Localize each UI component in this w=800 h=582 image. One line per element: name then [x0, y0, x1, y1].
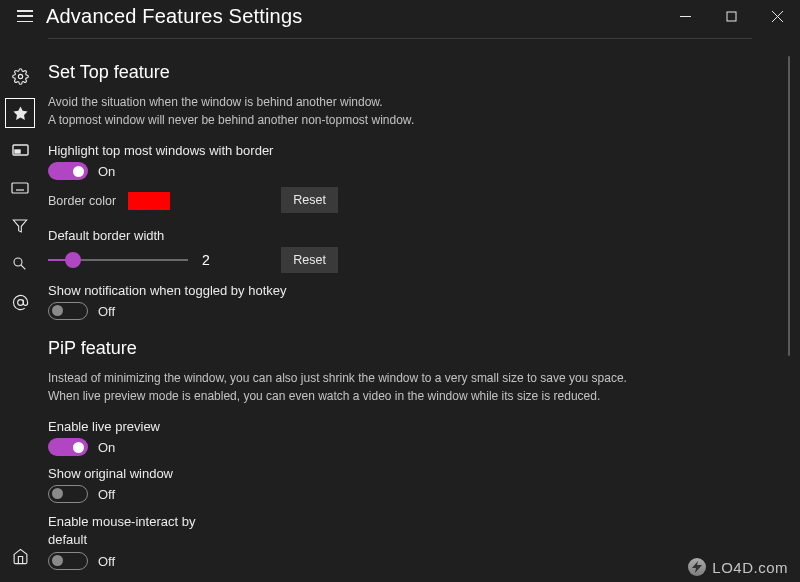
border-color-swatch[interactable] — [128, 192, 170, 210]
show-original-label: Show original window — [48, 466, 776, 481]
svg-point-15 — [14, 258, 22, 266]
live-preview-label: Enable live preview — [48, 419, 776, 434]
sidebar-item-search[interactable] — [4, 248, 36, 280]
sidebar-item-features[interactable] — [5, 98, 35, 128]
mouse-interact-label-line2: default — [48, 531, 776, 549]
pip-desc-line1: Instead of minimizing the window, you ca… — [48, 369, 776, 387]
sidebar-item-taskbar[interactable] — [4, 134, 36, 166]
at-icon — [12, 294, 29, 311]
mouse-interact-label-line1: Enable mouse-interact by — [48, 513, 776, 531]
live-preview-state: On — [98, 440, 115, 455]
notify-hotkey-toggle[interactable] — [48, 302, 88, 320]
minimize-button[interactable] — [662, 0, 708, 32]
border-width-slider[interactable] — [48, 251, 188, 269]
hamburger-menu-button[interactable] — [10, 1, 40, 31]
svg-marker-5 — [13, 106, 27, 119]
svg-rect-1 — [727, 12, 736, 21]
funnel-icon — [12, 218, 28, 234]
show-original-state: Off — [98, 487, 115, 502]
live-preview-toggle[interactable] — [48, 438, 88, 456]
mouse-interact-label: Enable mouse-interact by default — [48, 513, 776, 548]
set-top-desc-line2: A topmost window will never be behind an… — [48, 111, 776, 129]
maximize-button[interactable] — [708, 0, 754, 32]
highlight-border-label: Highlight top most windows with border — [48, 143, 776, 158]
border-color-label: Border color — [48, 194, 116, 208]
svg-rect-7 — [15, 150, 20, 153]
title-separator — [48, 38, 752, 39]
main-content: Set Top feature Avoid the situation when… — [48, 48, 786, 582]
pip-desc-line2: When live preview mode is enabled, you c… — [48, 387, 776, 405]
svg-marker-18 — [692, 561, 702, 573]
gear-icon — [12, 68, 29, 85]
star-icon — [12, 105, 29, 122]
scrollbar[interactable] — [788, 56, 790, 356]
close-icon — [772, 11, 783, 22]
svg-point-4 — [18, 74, 22, 78]
sidebar-item-home[interactable] — [4, 540, 36, 572]
highlight-border-state: On — [98, 164, 115, 179]
maximize-icon — [726, 11, 737, 22]
sidebar-item-keyboard[interactable] — [4, 172, 36, 204]
pip-description: Instead of minimizing the window, you ca… — [48, 369, 776, 405]
sidebar-item-filter[interactable] — [4, 210, 36, 242]
border-color-reset-button[interactable]: Reset — [281, 187, 338, 213]
taskbar-icon — [12, 144, 29, 156]
border-width-label: Default border width — [48, 228, 776, 243]
hamburger-icon — [17, 10, 33, 22]
show-original-toggle[interactable] — [48, 485, 88, 503]
magnifier-icon — [12, 256, 28, 272]
highlight-border-toggle[interactable] — [48, 162, 88, 180]
window-controls — [662, 0, 800, 32]
mouse-interact-toggle[interactable] — [48, 552, 88, 570]
watermark: LO4D.com — [688, 558, 788, 576]
titlebar: Advanced Features Settings — [0, 0, 800, 32]
sidebar — [0, 38, 40, 582]
border-width-reset-button[interactable]: Reset — [281, 247, 338, 273]
notify-hotkey-label: Show notification when toggled by hotkey — [48, 283, 776, 298]
sidebar-item-settings[interactable] — [4, 60, 36, 92]
set-top-desc-line1: Avoid the situation when the window is b… — [48, 93, 776, 111]
border-width-value: 2 — [202, 252, 210, 268]
minimize-icon — [680, 11, 691, 22]
set-top-description: Avoid the situation when the window is b… — [48, 93, 776, 129]
section-title-set-top: Set Top feature — [48, 62, 776, 83]
keyboard-icon — [11, 182, 29, 194]
svg-point-17 — [17, 299, 23, 305]
svg-line-16 — [21, 265, 25, 269]
svg-rect-8 — [12, 183, 28, 193]
home-icon — [12, 548, 29, 565]
watermark-text: LO4D.com — [712, 559, 788, 576]
mouse-interact-state: Off — [98, 554, 115, 569]
close-button[interactable] — [754, 0, 800, 32]
page-title: Advanced Features Settings — [46, 5, 302, 28]
sidebar-item-about[interactable] — [4, 286, 36, 318]
svg-marker-14 — [13, 220, 26, 232]
notify-hotkey-state: Off — [98, 304, 115, 319]
section-title-pip: PiP feature — [48, 338, 776, 359]
bolt-icon — [688, 558, 706, 576]
